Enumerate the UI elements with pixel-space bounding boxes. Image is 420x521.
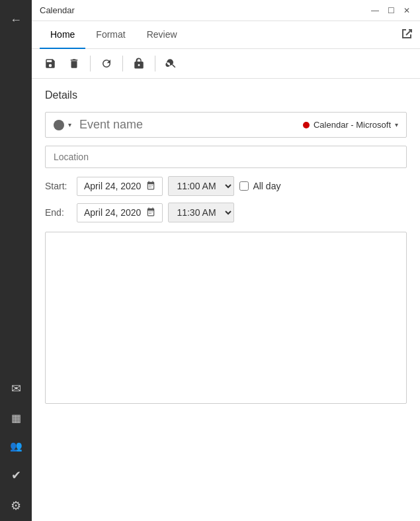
sidebar-item-calendar[interactable]: ▦ bbox=[0, 404, 32, 432]
allday-wrapper: All day bbox=[239, 181, 280, 191]
people-icon: 👥 bbox=[10, 440, 22, 452]
end-label: End: bbox=[45, 207, 71, 218]
toolbar-divider-3 bbox=[155, 56, 155, 71]
tab-home[interactable]: Home bbox=[40, 21, 85, 49]
lock-button[interactable] bbox=[128, 53, 149, 74]
delete-button[interactable] bbox=[63, 53, 85, 74]
start-date-value: April 24, 2020 bbox=[84, 181, 141, 191]
sidebar-item-todo[interactable]: ✔ bbox=[0, 460, 32, 491]
end-date-picker[interactable]: April 24, 2020 bbox=[77, 203, 163, 222]
content-area: Details ▾ Calendar - Microsoft ▾ Start: … bbox=[32, 79, 420, 521]
allday-label: All day bbox=[253, 181, 280, 191]
back-button[interactable]: ← bbox=[3, 7, 28, 34]
toolbar-divider-2 bbox=[122, 56, 123, 71]
start-datetime-row: Start: April 24, 2020 11:00 AM 11:30 AM … bbox=[45, 176, 407, 196]
titlebar: Calendar — ☐ ✕ bbox=[32, 0, 420, 21]
status-chevron-icon[interactable]: ▾ bbox=[68, 121, 71, 128]
sidebar-item-mail[interactable]: ✉ bbox=[0, 373, 32, 404]
start-label: Start: bbox=[45, 181, 71, 191]
calendar-selector[interactable]: Calendar - Microsoft ▾ bbox=[303, 120, 398, 130]
calendar-chevron-icon: ▾ bbox=[395, 121, 398, 128]
calendar-icon: ▦ bbox=[11, 412, 21, 424]
save-button[interactable] bbox=[40, 53, 61, 74]
end-date-value: April 24, 2020 bbox=[84, 207, 141, 218]
sidebar: ← ✉ ▦ 👥 ✔ ⚙ bbox=[0, 0, 32, 521]
maximize-button[interactable]: ☐ bbox=[386, 6, 396, 15]
main-window: Calendar — ☐ ✕ Home Format Review bbox=[32, 0, 420, 521]
tab-bar: Home Format Review bbox=[32, 21, 420, 49]
mail-icon: ✉ bbox=[11, 381, 21, 396]
start-time-select[interactable]: 11:00 AM 11:30 AM 12:00 PM bbox=[168, 176, 234, 196]
end-calendar-icon bbox=[146, 207, 155, 218]
allday-checkbox[interactable] bbox=[239, 181, 249, 191]
event-name-input[interactable] bbox=[79, 118, 303, 132]
description-textarea[interactable] bbox=[45, 232, 407, 404]
sidebar-item-settings[interactable]: ⚙ bbox=[0, 491, 32, 521]
external-link-icon[interactable] bbox=[401, 28, 412, 42]
tab-review[interactable]: Review bbox=[136, 21, 188, 49]
todo-icon: ✔ bbox=[11, 468, 21, 483]
end-datetime-row: End: April 24, 2020 11:30 AM 12:00 PM 12… bbox=[45, 203, 407, 222]
toolbar bbox=[32, 49, 420, 79]
refresh-button[interactable] bbox=[96, 53, 117, 74]
calendar-name: Calendar - Microsoft bbox=[314, 120, 391, 130]
section-title: Details bbox=[45, 89, 407, 101]
search-button[interactable] bbox=[161, 53, 182, 74]
location-input[interactable] bbox=[45, 146, 407, 168]
tab-format[interactable]: Format bbox=[85, 21, 136, 49]
sidebar-item-people[interactable]: 👥 bbox=[0, 432, 32, 460]
calendar-color-dot bbox=[303, 122, 310, 128]
app-title: Calendar bbox=[40, 5, 75, 15]
start-calendar-icon bbox=[146, 181, 155, 192]
window-controls: — ☐ ✕ bbox=[370, 6, 412, 15]
event-status-circle bbox=[54, 120, 64, 130]
settings-icon: ⚙ bbox=[11, 498, 21, 513]
event-name-row: ▾ Calendar - Microsoft ▾ bbox=[45, 112, 407, 138]
minimize-button[interactable]: — bbox=[370, 6, 380, 15]
close-button[interactable]: ✕ bbox=[401, 6, 412, 15]
end-time-select[interactable]: 11:30 AM 12:00 PM 12:30 PM bbox=[168, 203, 234, 222]
start-date-picker[interactable]: April 24, 2020 bbox=[77, 177, 163, 196]
toolbar-divider-1 bbox=[90, 56, 91, 71]
